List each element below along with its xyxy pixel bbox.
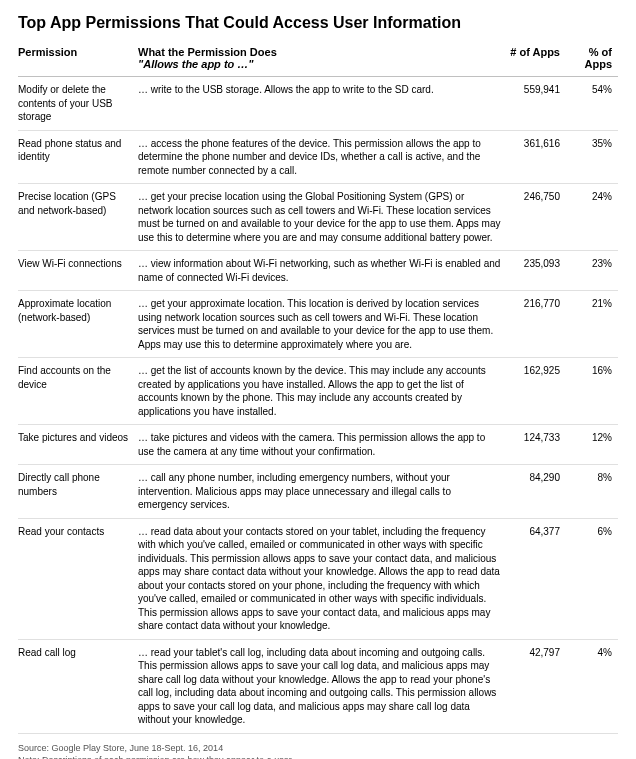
cell-num-apps: 124,733 xyxy=(508,425,566,465)
cell-description: … access the phone features of the devic… xyxy=(138,130,508,184)
cell-pct-apps: 12% xyxy=(566,425,618,465)
cell-pct-apps: 21% xyxy=(566,291,618,358)
col-description-label: What the Permission Does xyxy=(138,46,277,58)
source-text: Source: Google Play Store, June 18-Sept.… xyxy=(18,742,618,754)
table-row: View Wi-Fi connections… view information… xyxy=(18,251,618,291)
cell-permission: Directly call phone numbers xyxy=(18,465,138,519)
cell-description: … read data about your contacts stored o… xyxy=(138,518,508,639)
cell-permission: Read call log xyxy=(18,639,138,733)
cell-num-apps: 559,941 xyxy=(508,77,566,131)
cell-description: … take pictures and videos with the came… xyxy=(138,425,508,465)
table-row: Take pictures and videos… take pictures … xyxy=(18,425,618,465)
table-row: Directly call phone numbers… call any ph… xyxy=(18,465,618,519)
cell-num-apps: 246,750 xyxy=(508,184,566,251)
cell-pct-apps: 35% xyxy=(566,130,618,184)
table-row: Approximate location (network-based)… ge… xyxy=(18,291,618,358)
cell-description: … get your approximate location. This lo… xyxy=(138,291,508,358)
cell-permission: Modify or delete the contents of your US… xyxy=(18,77,138,131)
page-title: Top App Permissions That Could Access Us… xyxy=(18,14,618,32)
footer: Source: Google Play Store, June 18-Sept.… xyxy=(18,742,618,760)
cell-permission: View Wi-Fi connections xyxy=(18,251,138,291)
col-description: What the Permission Does "Allows the app… xyxy=(138,42,508,77)
cell-pct-apps: 8% xyxy=(566,465,618,519)
cell-description: … call any phone number, including emerg… xyxy=(138,465,508,519)
col-permission: Permission xyxy=(18,42,138,77)
cell-permission: Take pictures and videos xyxy=(18,425,138,465)
table-row: Modify or delete the contents of your US… xyxy=(18,77,618,131)
cell-pct-apps: 24% xyxy=(566,184,618,251)
cell-description: … get the list of accounts known by the … xyxy=(138,358,508,425)
cell-pct-apps: 54% xyxy=(566,77,618,131)
cell-num-apps: 84,290 xyxy=(508,465,566,519)
cell-num-apps: 235,093 xyxy=(508,251,566,291)
cell-num-apps: 42,797 xyxy=(508,639,566,733)
table-row: Find accounts on the device… get the lis… xyxy=(18,358,618,425)
cell-pct-apps: 4% xyxy=(566,639,618,733)
cell-description: … get your precise location using the Gl… xyxy=(138,184,508,251)
cell-permission: Read phone status and identity xyxy=(18,130,138,184)
cell-num-apps: 216,770 xyxy=(508,291,566,358)
table-row: Read your contacts… read data about your… xyxy=(18,518,618,639)
col-pct-apps: % of Apps xyxy=(566,42,618,77)
cell-permission: Approximate location (network-based) xyxy=(18,291,138,358)
cell-description: … view information about Wi-Fi networkin… xyxy=(138,251,508,291)
col-num-apps: # of Apps xyxy=(508,42,566,77)
note-text: Note: Descriptions of each permission ar… xyxy=(18,754,618,759)
table-row: Precise location (GPS and network-based)… xyxy=(18,184,618,251)
cell-permission: Read your contacts xyxy=(18,518,138,639)
cell-pct-apps: 16% xyxy=(566,358,618,425)
cell-description: … read your tablet's call log, including… xyxy=(138,639,508,733)
table-body: Modify or delete the contents of your US… xyxy=(18,77,618,734)
cell-num-apps: 64,377 xyxy=(508,518,566,639)
table-header: Permission What the Permission Does "All… xyxy=(18,42,618,77)
page-container: Top App Permissions That Could Access Us… xyxy=(0,0,636,759)
table-row: Read call log… read your tablet's call l… xyxy=(18,639,618,733)
cell-num-apps: 361,616 xyxy=(508,130,566,184)
cell-pct-apps: 23% xyxy=(566,251,618,291)
table-row: Read phone status and identity… access t… xyxy=(18,130,618,184)
cell-permission: Find accounts on the device xyxy=(18,358,138,425)
cell-description: … write to the USB storage. Allows the a… xyxy=(138,77,508,131)
cell-permission: Precise location (GPS and network-based) xyxy=(18,184,138,251)
col-description-sub: "Allows the app to …" xyxy=(138,58,504,70)
cell-num-apps: 162,925 xyxy=(508,358,566,425)
permissions-table: Permission What the Permission Does "All… xyxy=(18,42,618,734)
cell-pct-apps: 6% xyxy=(566,518,618,639)
